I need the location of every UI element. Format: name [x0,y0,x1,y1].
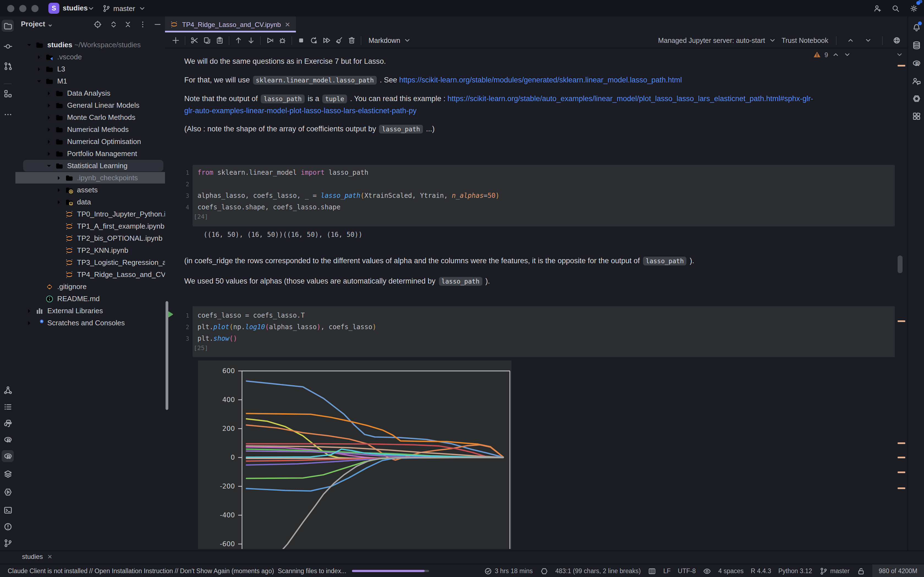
tree-scrollbar[interactable] [166,301,168,410]
strip-commit-button[interactable] [2,40,14,52]
tree-item-readme-md[interactable]: README.md [15,293,165,305]
write-access-toggle[interactable] [857,567,865,575]
tree-item-data-analysis[interactable]: Data Analysis [15,87,165,100]
chevron-right-icon[interactable] [45,90,53,97]
chevron-right-icon[interactable] [45,138,53,146]
line-ending-selector[interactable]: LF [663,568,671,574]
tree-item-numerical-optimisation[interactable]: Numerical Optimisation [15,136,165,148]
run-all-button[interactable] [320,34,333,47]
markdown-cell[interactable]: For that, we will use sklearn.linear_mod… [184,74,682,86]
panel-options-button[interactable] [137,19,147,29]
browser-preview-button[interactable] [890,34,903,47]
hide-panel-button[interactable] [152,19,162,29]
tree-item-portfolio-management[interactable]: Portfolio Management [15,148,165,160]
indent-selector[interactable]: 4 spaces [718,568,744,574]
close-icon[interactable]: ✕ [47,553,52,560]
window-minimize-button[interactable] [19,5,26,12]
tree-item-general-linear-models[interactable]: General Linear Models [15,100,165,111]
strip-project-folder-active-button[interactable] [2,20,14,32]
strip-r-lang-button[interactable]: R [2,434,14,446]
delete-cell-button[interactable] [346,34,358,47]
strip-problems-button[interactable] [2,521,14,532]
strip-hexagon-tool-button[interactable] [910,92,922,105]
strip-database-button[interactable] [910,39,922,51]
strip-windows-button[interactable] [2,87,14,100]
tree-item-tp3-logistic-regression-and[interactable]: TP3_Logistic_Regression_and [15,256,165,269]
scrollbar-chevron-icon[interactable] [895,50,904,59]
debug-cell-button[interactable] [276,34,289,47]
add-user-button[interactable] [871,2,883,14]
strip-pull-request-button[interactable] [2,60,14,72]
window-zoom-button[interactable] [31,5,39,12]
tree-item-tp1-a-first-example-ipynb[interactable]: TP1_A_first_example.ipynb [15,220,165,232]
chevron-right-icon[interactable] [55,186,63,194]
caret-position[interactable]: 483:1 (99 chars, 2 line breaks) [555,568,641,574]
prev-cell-button[interactable] [844,34,857,47]
search-everywhere-button[interactable] [889,2,901,14]
copy-cell-button[interactable] [201,34,213,47]
tree-item-data[interactable]: data [15,196,165,208]
strip-todo-list-button[interactable] [2,401,14,413]
hyperlink[interactable]: https://scikit-learn.org/stable/modules/… [399,76,682,84]
notebook-editor[interactable]: 9 6004002000-200-400-600 We will do the … [165,48,908,551]
markdown-cell[interactable]: Note that the output of lasso_path is a … [184,93,821,116]
branch-switcher[interactable]: master [102,2,146,14]
editor-scrollbar[interactable] [898,256,903,273]
chevron-right-icon[interactable] [45,102,53,110]
close-tab-icon[interactable]: ✕ [284,21,290,28]
select-opened-file-button[interactable] [92,19,102,29]
tool-tab-studies[interactable]: studies ✕ [22,553,53,561]
strip-hierarchy-button[interactable] [2,384,14,396]
tree-item-studies[interactable]: studies ~/Workspace/studies [15,39,165,51]
encoding-selector[interactable]: UTF-8 [678,568,696,574]
window-close-button[interactable] [7,5,14,12]
clear-outputs-button[interactable] [333,34,346,47]
hexagon-status[interactable] [540,567,548,575]
tree-item-assets[interactable]: assets [15,184,165,196]
move-cell-up-button[interactable] [232,34,245,47]
strip-collaboration-button[interactable] [910,75,922,87]
chevron-down-icon[interactable] [843,50,851,59]
jupyter-server-dropdown[interactable]: Managed Jupyter server: auto-start [658,36,777,45]
chevron-right-icon[interactable] [35,65,43,73]
stop-kernel-button[interactable] [295,34,307,47]
chevron-right-icon[interactable] [45,126,53,134]
cell-type-dropdown[interactable]: Markdown [368,36,411,45]
tree-item-monte-carlo-methods[interactable]: Monte Carlo Methods [15,111,165,124]
chevron-right-icon[interactable] [25,307,33,315]
panel-title[interactable]: Project ⌄ [21,20,53,28]
cut-cell-button[interactable] [188,34,201,47]
move-cell-down-button[interactable] [245,34,257,47]
chevron-right-icon[interactable] [45,114,53,121]
chevron-right-icon[interactable] [25,319,33,327]
tree-item-tp2-knn-ipynb[interactable]: TP2_KNN.ipynb [15,245,165,256]
strip-python-button[interactable] [2,417,14,429]
strip-more-button[interactable] [2,108,14,120]
markdown-cell[interactable]: We will do the same questions as in Exer… [184,55,386,67]
tree-item-scratches-and-consoles[interactable]: Scratches and Consoles [15,317,165,329]
markdown-cell[interactable]: We used 50 values for alphas (those valu… [184,275,490,287]
chevron-right-icon[interactable] [35,53,43,61]
trust-notebook-button[interactable]: Trust Notebook [782,37,828,44]
inspection-widget[interactable]: 9 [813,50,851,59]
project-switcher[interactable]: studies [63,4,88,12]
strip-r-lang-button[interactable]: R [910,57,922,69]
collapse-all-button[interactable] [123,19,132,29]
tree-item-tp0-intro-jupyter-python-ipynb[interactable]: TP0_Intro_Jupyter_Python.ipynb [15,208,165,220]
run-cell-button[interactable] [263,34,276,47]
markdown-cell[interactable]: (in coefs_ridge the rows corresponded to… [184,255,695,267]
column-mode[interactable] [648,567,656,575]
tree-item--vscode[interactable]: .vscode [15,51,165,63]
chevron-right-icon[interactable] [45,150,53,158]
chevron-up-icon[interactable] [831,50,840,59]
tree-item--ipynb-checkpoints[interactable]: .ipynb_checkpoints [15,172,165,184]
chevron-down-icon[interactable] [35,77,43,85]
tree-item-numerical-methods[interactable]: Numerical Methods [15,124,165,136]
r-interpreter[interactable]: R 4.4.3 [751,568,771,574]
tree-item-tp4-ridge-lasso-and-cv-ipynb[interactable]: TP4_Ridge_Lasso_and_CV.ipynb [15,269,165,281]
tree-item-l3[interactable]: L3 [15,63,165,75]
chevron-right-icon[interactable] [55,174,63,182]
strip-r-lang-active-button[interactable]: R [2,450,14,462]
strip-services-button[interactable] [2,486,14,498]
chevron-down-icon[interactable] [87,5,95,13]
